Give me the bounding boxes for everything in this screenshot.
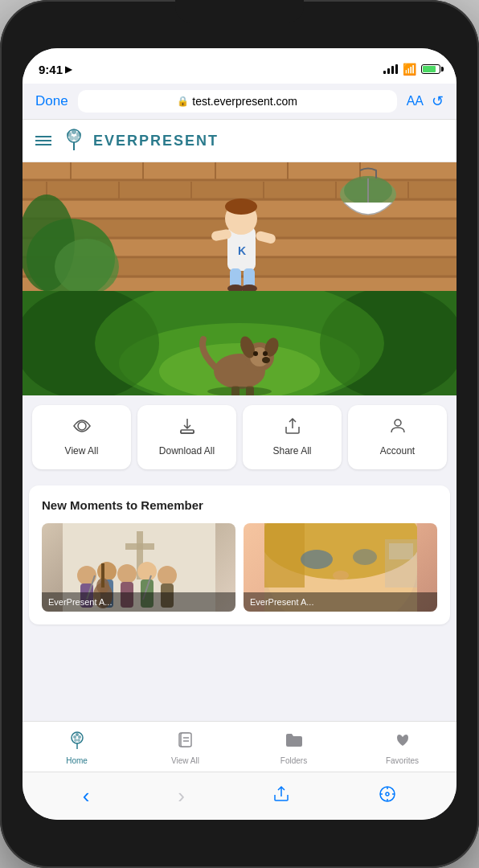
tab-folders[interactable]: Folders bbox=[240, 728, 348, 768]
svg-rect-8 bbox=[23, 162, 456, 180]
svg-point-78 bbox=[137, 562, 157, 581]
favorites-tab-label: Favorites bbox=[386, 756, 419, 765]
svg-point-42 bbox=[225, 199, 257, 215]
svg-point-91 bbox=[301, 550, 333, 569]
folders-tab-label: Folders bbox=[280, 756, 307, 765]
aa-button[interactable]: AA bbox=[407, 94, 424, 108]
svg-point-92 bbox=[353, 549, 377, 565]
hamburger-line-2 bbox=[35, 140, 51, 141]
lock-icon: 🔒 bbox=[177, 96, 189, 107]
svg-point-80 bbox=[158, 566, 177, 585]
svg-point-65 bbox=[78, 422, 86, 430]
share-all-icon bbox=[283, 416, 302, 439]
browser-bar: Done 🔒 test.everpresent.com AA ↺ bbox=[23, 84, 456, 120]
moment-card-1[interactable]: EverPresent A... bbox=[42, 523, 235, 612]
home-tab-label: Home bbox=[66, 756, 88, 765]
svg-point-100 bbox=[74, 739, 77, 742]
battery-icon bbox=[421, 64, 440, 74]
browser-done-button[interactable]: Done bbox=[35, 93, 68, 109]
logo-text-ever: EVER bbox=[93, 133, 139, 149]
svg-rect-95 bbox=[389, 543, 413, 559]
status-icons: 📶 bbox=[383, 63, 440, 76]
moment-label-1: EverPresent A... bbox=[42, 592, 235, 612]
svg-point-72 bbox=[77, 566, 96, 585]
view-all-icon-svg bbox=[177, 731, 194, 749]
hamburger-menu-button[interactable] bbox=[35, 136, 51, 145]
svg-point-99 bbox=[78, 735, 81, 739]
tab-view-all[interactable]: View All bbox=[131, 728, 240, 768]
moments-grid: EverPresent A... bbox=[42, 523, 437, 612]
home-tab-icon bbox=[68, 731, 87, 754]
share-all-button[interactable]: Share All bbox=[243, 405, 342, 469]
account-button[interactable]: Account bbox=[348, 405, 447, 469]
phone-frame: 9:41 ▶ 📶 Done 🔒 test.ever bbox=[0, 0, 479, 868]
account-label: Account bbox=[380, 445, 415, 458]
status-time: 9:41 ▶ bbox=[39, 63, 72, 76]
view-all-button[interactable]: View All bbox=[32, 405, 131, 469]
svg-point-60 bbox=[253, 351, 258, 356]
browser-share-button[interactable] bbox=[264, 782, 298, 810]
main-scroll-content[interactable]: EVERPRESENT bbox=[23, 120, 456, 721]
svg-point-61 bbox=[263, 351, 268, 356]
svg-rect-104 bbox=[181, 733, 191, 747]
time-display: 9:41 bbox=[39, 63, 63, 76]
photo-child-hose: K bbox=[23, 162, 456, 291]
browser-bottom-controls: ‹ › bbox=[23, 772, 456, 820]
folders-icon-svg bbox=[285, 731, 304, 749]
download-all-icon bbox=[178, 416, 197, 439]
svg-point-108 bbox=[386, 792, 389, 796]
browser-url-bar[interactable]: 🔒 test.everpresent.com bbox=[78, 90, 397, 113]
svg-point-4 bbox=[76, 132, 81, 137]
svg-point-101 bbox=[77, 739, 80, 742]
folders-tab-icon bbox=[285, 731, 304, 754]
refresh-button[interactable]: ↺ bbox=[432, 92, 444, 110]
logo-container: EVERPRESENT bbox=[61, 128, 219, 154]
moments-section: New Moments to Remember bbox=[29, 485, 450, 624]
moment-card-2[interactable]: EverPresent A... bbox=[244, 523, 437, 612]
logo-text-present: PRESENT bbox=[139, 133, 219, 149]
svg-point-67 bbox=[395, 420, 401, 426]
svg-rect-66 bbox=[181, 430, 194, 433]
svg-point-93 bbox=[333, 571, 349, 580]
home-icon-svg bbox=[68, 731, 87, 749]
account-icon bbox=[388, 416, 407, 439]
download-all-button[interactable]: Download All bbox=[137, 405, 236, 469]
svg-point-97 bbox=[73, 735, 76, 739]
svg-rect-71 bbox=[125, 543, 154, 550]
tab-bar: Home View All bbox=[23, 721, 456, 772]
svg-point-5 bbox=[69, 136, 74, 141]
url-text: test.everpresent.com bbox=[192, 95, 297, 108]
tab-home[interactable]: Home bbox=[23, 728, 131, 768]
battery-fill bbox=[423, 66, 436, 72]
signal-bars-icon bbox=[383, 64, 398, 74]
share-all-label: Share All bbox=[272, 445, 311, 458]
nav-bar: EVERPRESENT bbox=[23, 120, 456, 162]
browser-controls: AA ↺ bbox=[407, 92, 444, 110]
logo-text: EVERPRESENT bbox=[93, 133, 219, 149]
view-all-tab-label: View All bbox=[171, 756, 199, 765]
compass-button[interactable] bbox=[371, 782, 404, 810]
view-all-icon bbox=[72, 416, 92, 439]
moment-label-2: EverPresent A... bbox=[244, 592, 437, 612]
photo-child-content: K bbox=[23, 162, 456, 291]
wifi-icon: 📶 bbox=[403, 63, 416, 76]
favorites-tab-icon bbox=[394, 731, 411, 754]
svg-point-3 bbox=[72, 129, 76, 134]
favorites-icon-svg bbox=[394, 731, 411, 749]
forward-button[interactable]: › bbox=[170, 780, 193, 812]
hamburger-line-3 bbox=[35, 144, 51, 145]
action-buttons-container: View All Download All bbox=[23, 395, 456, 479]
view-all-tab-icon bbox=[177, 731, 194, 754]
svg-text:K: K bbox=[238, 244, 246, 257]
svg-point-59 bbox=[262, 357, 270, 363]
tab-favorites[interactable]: Favorites bbox=[348, 728, 456, 768]
view-all-label: View All bbox=[65, 445, 99, 458]
svg-point-76 bbox=[117, 564, 137, 583]
status-bar: 9:41 ▶ 📶 bbox=[23, 48, 456, 84]
download-all-label: Download All bbox=[159, 445, 215, 458]
back-button[interactable]: ‹ bbox=[75, 780, 98, 812]
phone-screen: 9:41 ▶ 📶 Done 🔒 test.ever bbox=[23, 48, 456, 820]
notch bbox=[175, 0, 304, 23]
moments-title: New Moments to Remember bbox=[42, 498, 437, 512]
hamburger-line-1 bbox=[35, 136, 51, 137]
